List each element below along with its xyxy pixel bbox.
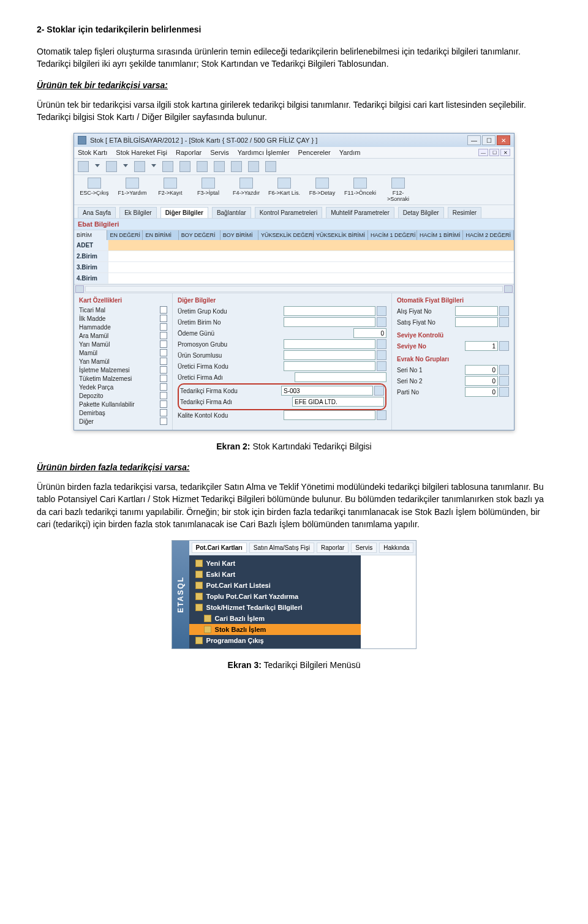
fn-button[interactable]: F11->Önceki (344, 178, 377, 202)
menu-item[interactable]: Cari Bazlı İşlem (189, 613, 361, 624)
input[interactable] (465, 387, 498, 397)
module-tab[interactable]: Hakkında (379, 543, 413, 553)
lookup-icon[interactable] (377, 361, 386, 371)
dropdown-icon[interactable] (151, 164, 156, 169)
grid-row[interactable]: 3.Birim (74, 262, 514, 273)
checkbox[interactable] (160, 409, 167, 416)
tab[interactable]: Muhtelif Parametreler (326, 207, 394, 218)
lookup-icon[interactable] (377, 317, 386, 327)
checkbox[interactable] (160, 400, 167, 408)
scroll-left-icon[interactable] (75, 285, 84, 293)
toolbar-icon[interactable] (179, 161, 190, 172)
input[interactable] (455, 306, 498, 316)
toolbar-icon[interactable] (214, 161, 225, 172)
scroll-right-icon[interactable] (504, 285, 513, 293)
scroll-track[interactable] (85, 286, 503, 292)
toolbar-icon[interactable] (106, 161, 117, 172)
checkbox[interactable] (160, 349, 167, 356)
lookup-icon[interactable] (374, 386, 384, 396)
tab[interactable]: Bağlantılar (212, 207, 251, 218)
checkbox[interactable] (160, 332, 167, 339)
input[interactable] (284, 410, 375, 420)
dropdown-icon[interactable] (123, 164, 128, 169)
input[interactable] (465, 341, 498, 351)
tab[interactable]: Ana Sayfa (78, 207, 116, 218)
grid-row[interactable]: 2.Birim (74, 251, 514, 262)
menu-item[interactable]: Raporlar (176, 149, 202, 156)
fn-button[interactable]: F12->Sonraki (382, 178, 415, 202)
input[interactable] (465, 365, 498, 375)
checkbox[interactable] (160, 323, 167, 331)
checkbox[interactable] (160, 392, 167, 399)
toolbar-icon[interactable] (162, 161, 173, 172)
menu-item[interactable]: Yeni Kart (189, 558, 361, 569)
module-tab[interactable]: Servis (351, 543, 377, 553)
lookup-icon[interactable] (377, 410, 386, 420)
fn-button[interactable]: F8->Detay (306, 178, 339, 202)
input[interactable] (284, 339, 375, 349)
lookup-icon[interactable] (499, 306, 509, 316)
input[interactable] (295, 372, 386, 382)
close-button[interactable]: ✕ (497, 135, 510, 145)
lookup-icon[interactable] (377, 350, 386, 360)
tab[interactable]: Resimler (448, 207, 481, 218)
input[interactable] (455, 317, 498, 327)
menu-item[interactable]: Servis (210, 149, 229, 156)
input[interactable] (284, 350, 375, 360)
fn-button[interactable]: F2->Kayıt (154, 178, 187, 202)
lookup-icon[interactable] (499, 341, 509, 351)
checkbox[interactable] (160, 340, 167, 348)
toolbar-icon[interactable] (231, 161, 242, 172)
fn-button[interactable]: F4->Yazdır (230, 178, 263, 202)
fn-button[interactable]: ESC->Çıkış (78, 178, 111, 202)
scrollbar[interactable] (74, 284, 514, 293)
mdi-close-icon[interactable]: ✕ (500, 149, 510, 156)
toolbar-icon[interactable] (134, 161, 145, 172)
input[interactable] (284, 306, 375, 316)
input[interactable] (465, 376, 498, 386)
lookup-icon[interactable] (499, 387, 509, 397)
menu-item[interactable]: Stok Bazlı İşlem (189, 624, 361, 635)
menu-item[interactable]: Pencereler (298, 149, 331, 156)
menu-item[interactable]: Stok Kartı (78, 149, 107, 156)
menu-item[interactable]: Pot.Cari Kart Listesi (189, 580, 361, 591)
checkbox[interactable] (160, 315, 167, 322)
module-tab[interactable]: Pot.Cari Kartları (192, 543, 247, 553)
toolbar-icon[interactable] (265, 161, 276, 172)
mdi-min-icon[interactable]: — (478, 149, 488, 156)
fn-button[interactable]: F3->İptal (192, 178, 225, 202)
toolbar-icon[interactable] (78, 161, 89, 172)
lookup-icon[interactable] (377, 306, 386, 316)
fn-button[interactable]: F1->Yardım (116, 178, 149, 202)
checkbox[interactable] (160, 358, 167, 365)
lookup-icon[interactable] (499, 376, 509, 386)
input[interactable] (284, 361, 375, 371)
menu-item[interactable]: Eski Kart (189, 569, 361, 580)
lookup-icon[interactable] (499, 365, 509, 375)
tab-active[interactable]: Diğer Bilgiler (160, 207, 208, 218)
menu-item[interactable]: Programdan Çıkış (189, 635, 361, 646)
checkbox[interactable] (160, 306, 167, 314)
menu-item[interactable]: Toplu Pot.Cari Kart Yazdırma (189, 591, 361, 602)
checkbox[interactable] (160, 366, 167, 374)
maximize-button[interactable]: ☐ (482, 135, 496, 145)
toolbar-icon[interactable] (197, 161, 208, 172)
toolbar-icon[interactable] (248, 161, 259, 172)
grid-row[interactable]: ADET (74, 240, 514, 251)
checkbox[interactable] (160, 375, 167, 382)
minimize-button[interactable]: — (467, 135, 481, 145)
grid-row[interactable]: 4.Birim (74, 273, 514, 284)
menu-item[interactable]: Stok Hareket Fişi (116, 149, 167, 156)
lookup-icon[interactable] (499, 317, 509, 327)
lookup-icon[interactable] (377, 339, 386, 349)
menu-item[interactable]: Stok/Hizmet Tedarikçi Bilgileri (189, 602, 361, 613)
tab[interactable]: Detay Bilgiler (398, 207, 444, 218)
input[interactable] (284, 317, 375, 327)
checkbox[interactable] (160, 418, 167, 425)
menu-item[interactable]: Yardımcı İşlemler (238, 149, 290, 156)
menu-item[interactable]: Yardım (339, 149, 361, 156)
mdi-max-icon[interactable]: ☐ (489, 149, 499, 156)
tedarikci-kodu-input[interactable] (281, 386, 373, 396)
module-tab[interactable]: Satın Alma/Satış Fişi (249, 543, 314, 553)
tab[interactable]: Ek Bilgiler (119, 207, 156, 218)
